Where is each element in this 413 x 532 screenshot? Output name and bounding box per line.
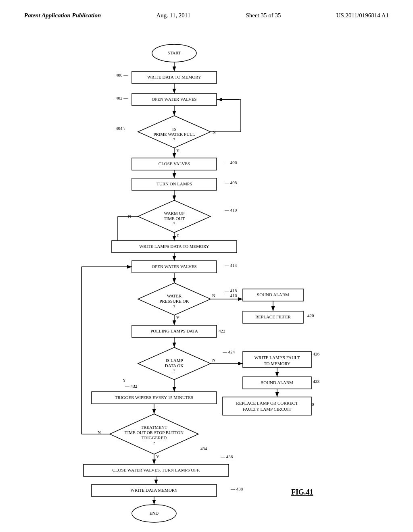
label-408: TURN ON LAMPS — [156, 181, 192, 186]
label-400: WRITE DATA TO MEMORY — [147, 75, 201, 79]
sheet-info: Sheet 35 of 35 — [246, 12, 281, 19]
page-header: Patent Application Publication Aug. 11, … — [0, 0, 413, 23]
label-416-Y: Y — [176, 315, 179, 320]
label-424-Y: Y — [123, 378, 126, 382]
label-412: WRITE LAMPS DATA TO MEMORY — [139, 244, 209, 249]
label-434a: TREATMENT — [141, 425, 167, 430]
ref-414: — 414 — [224, 263, 237, 268]
label-426b: TO MEMORY — [264, 361, 290, 366]
label-416b: PRESSURE OK — [159, 299, 189, 303]
label-410-Y: Y — [176, 233, 179, 237]
label-434b: TIME OUT OR STOP BUTTON — [125, 430, 184, 435]
label-414: OPEN WATER VALVES — [152, 264, 196, 269]
ref-424: — 424 — [222, 349, 235, 354]
label-422: POLLING LAMPS DATA — [150, 328, 198, 333]
label-426a: WRITE LAMP'S FAULT — [254, 355, 300, 360]
label-429b: FAULTY LAMP CIRCUIT — [243, 407, 292, 411]
ref-406: — 406 — [224, 160, 237, 165]
publication-title: Patent Application Publication — [24, 12, 101, 19]
ref-400: 400 — — [116, 73, 128, 77]
ref-420: 420 — [307, 313, 314, 318]
label-418: SOUND ALARM — [257, 292, 289, 297]
label-404b: PRIME WATER FULL — [153, 132, 195, 137]
label-416a: WATER — [167, 293, 182, 298]
label-438: WRITE DATA MEMORY — [130, 488, 177, 493]
flowchart: START 400 — WRITE DATA TO MEMORY 402 — O… — [0, 23, 413, 531]
label-424b: DATA OK — [165, 363, 184, 368]
label-416c: ? — [173, 304, 175, 309]
label-428: SOUND ALARM — [261, 380, 293, 385]
label-404-Y: Y — [176, 148, 179, 153]
ref-410: — 410 — [224, 208, 237, 212]
label-420: REPLACE FILTER — [255, 314, 291, 319]
ref-408: — 408 — [224, 180, 237, 185]
publication-date: Aug. 11, 2011 — [156, 12, 190, 19]
label-406: CLOSE VALVES — [159, 161, 190, 166]
label-410-N: N — [128, 214, 131, 218]
ref-438: — 438 — [230, 486, 243, 491]
figure-label: FIG.41 — [291, 488, 313, 496]
patent-number: US 2011/0196814 A1 — [336, 12, 389, 19]
label-410c: ? — [173, 221, 175, 226]
label-416-N: N — [212, 293, 215, 298]
label-434-Y: Y — [156, 454, 159, 459]
label-434c: TRIGGERED — [142, 435, 167, 440]
ref-404: 404 \ — [116, 126, 125, 131]
label-429a: REPLACE LAMP OR CORRECT — [236, 401, 298, 405]
label-404-N: N — [213, 130, 216, 135]
ref-434: 434 — [200, 446, 207, 451]
label-424-N: N — [212, 357, 215, 362]
label-410b: TIME OUT — [164, 216, 185, 221]
label-432: TRIGGER WIPERS EVERY 15 MINUTES — [115, 395, 193, 400]
ref-418: — 418 — [224, 288, 237, 293]
label-424a: IS LAMP — [165, 358, 183, 363]
label-434d: ? — [153, 441, 155, 445]
label-432-ref: — 432 — [125, 384, 137, 389]
ref-416: — 416 — [224, 293, 237, 298]
ref-402: 402 — — [116, 96, 128, 100]
label-410a: WARM UP — [164, 211, 184, 216]
ref-436: — 436 — [220, 454, 233, 459]
label-404c: ? — [173, 137, 175, 142]
start-label: START — [167, 50, 181, 55]
ref-422: 422 — [219, 328, 225, 333]
label-436: CLOSE WATER VALVES. TURN LAMPS OFF. — [112, 468, 200, 472]
label-404a: IS — [172, 127, 176, 131]
label-402: OPEN WATER VALVES — [152, 97, 196, 102]
end-label: END — [150, 511, 159, 515]
box-429 — [223, 397, 311, 415]
label-424c: ? — [173, 368, 175, 373]
